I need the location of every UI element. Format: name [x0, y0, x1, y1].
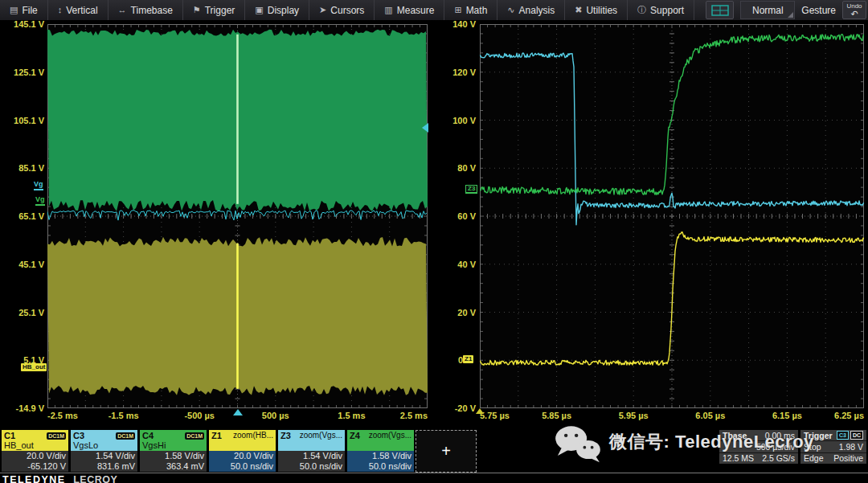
- menu-item-support[interactable]: ⓘSupport: [628, 0, 694, 20]
- grid-display-button[interactable]: [706, 1, 734, 19]
- menu-item-cursors[interactable]: ➤Cursors: [309, 0, 375, 20]
- volts-per-div: 20.0 V/div: [4, 451, 66, 461]
- menu-item-math[interactable]: ⊞Math: [444, 0, 497, 20]
- plus-icon: +: [441, 442, 451, 460]
- x-axis-tick: -500 µs: [184, 411, 215, 420]
- channel-label: HB_out: [4, 440, 66, 450]
- timebase-box[interactable]: Tbase 0.00 ms 500 µs/div 12.5 MS 2.5 GS/…: [719, 430, 798, 464]
- zoom-box-z4[interactable]: Z4zoom(Vgs... 1.58 V/div 50.0 ns/div: [347, 430, 414, 472]
- menu-item-file[interactable]: ▤File: [0, 0, 48, 20]
- x-axis-tick: 5.85 µs: [542, 411, 571, 420]
- wechat-icon: [553, 424, 603, 465]
- y-axis-tick: 45.1 V: [18, 260, 44, 269]
- volts-per-div: 1.58 V/div: [350, 451, 411, 461]
- y-axis-tick: 140 V: [452, 19, 476, 29]
- menu-item-trigger[interactable]: ⚑Trigger: [183, 0, 245, 20]
- channel-offset: -65.120 V: [4, 461, 66, 472]
- x-axis-tick: 500 µs: [262, 411, 289, 420]
- file-icon: ▤: [10, 6, 18, 14]
- menu-item-analysis[interactable]: ∿Analysis: [497, 0, 565, 20]
- menu-item-label: Analysis: [519, 5, 555, 16]
- channel-header: Z3zoom(Vgs...: [278, 430, 345, 451]
- trigger-mode-dropdown[interactable]: Normal: [740, 1, 795, 19]
- acquisition-state: Stop: [804, 442, 821, 452]
- z3-offset-marker[interactable]: Z3: [465, 185, 477, 194]
- trigger-icon: ⚑: [193, 6, 201, 14]
- support-icon: ⓘ: [637, 6, 646, 14]
- x-axis-tick: -1.5 ms: [108, 411, 139, 420]
- y-axis-tick: 85.1 V: [18, 163, 44, 173]
- c3-offset-marker[interactable]: Vg: [34, 181, 43, 190]
- menu-items: ▤File↕Vertical↔Timebase⚑Trigger▣Display➤…: [0, 0, 694, 20]
- timebase-row-2: 500 µs/div: [719, 441, 798, 452]
- sample-count: 12.5 MS: [723, 453, 754, 463]
- channel-header: Z1zoom(HB...: [209, 430, 276, 451]
- channel-box-c1[interactable]: C1DC1M HB_out 20.0 V/div -65.120 V: [2, 430, 68, 472]
- zoom-waveform-grid[interactable]: [480, 24, 864, 408]
- gesture-button[interactable]: Gesture: [801, 5, 836, 16]
- menu-item-label: Measure: [397, 5, 435, 16]
- cursors-icon: ➤: [319, 6, 326, 14]
- y-axis-tick: 80 V: [457, 163, 476, 173]
- volts-per-div: 20.0 V/div: [211, 451, 273, 461]
- channel-id: Z4: [350, 431, 360, 440]
- menu-item-utilities[interactable]: ✖Utilities: [565, 0, 628, 20]
- menu-item-label: Timebase: [131, 5, 173, 16]
- x-axis-tick: 6.25 µs: [834, 411, 864, 420]
- menu-item-display[interactable]: ▣Display: [245, 0, 309, 20]
- trigger-level-marker[interactable]: [422, 123, 428, 133]
- zoom-position-marker: [476, 408, 484, 414]
- footer-divider: [0, 473, 868, 473]
- zoom-box-z1[interactable]: Z1zoom(HB... 20.0 V/div 50.0 ns/div: [209, 430, 276, 472]
- main-y-axis-labels: 145.1 V125.1 V105.1 V85.1 V65.1 V45.1 V2…: [0, 24, 44, 408]
- trigger-badges: C3 DC: [837, 431, 863, 440]
- z1-offset-marker[interactable]: Z1: [463, 355, 473, 363]
- c1-offset-marker[interactable]: HB_out: [21, 363, 47, 371]
- zoom-y-axis-labels: 140 V120 V100 V80 V60 V40 V20 V0-20 V: [444, 24, 476, 408]
- volts-per-div: 1.54 V/div: [73, 451, 135, 461]
- y-axis-tick: 60 V: [457, 211, 476, 221]
- x-axis-tick: 6.15 µs: [772, 411, 802, 420]
- menu-item-timebase[interactable]: ↔Timebase: [108, 0, 183, 20]
- menu-item-label: Trigger: [205, 5, 235, 16]
- trigger-level-value: 1.98 V: [839, 442, 863, 452]
- channel-box-c4[interactable]: C4DC1M VgsHi 1.58 V/div 363.4 mV: [140, 430, 207, 472]
- c4-offset-marker[interactable]: Vg: [35, 196, 45, 206]
- trigger-row-1: Trigger C3 DC: [800, 430, 866, 440]
- menu-item-vertical[interactable]: ↕Vertical: [48, 0, 108, 20]
- timebase-title: Tbase: [723, 431, 747, 440]
- undo-button[interactable]: Undo ↶: [842, 1, 866, 19]
- main-waveform-canvas: [47, 24, 428, 408]
- menu-item-label: Support: [650, 5, 684, 16]
- channel-id: C4: [142, 431, 154, 440]
- y-axis-tick: 25.1 V: [18, 308, 44, 317]
- timebase-icon: ↔: [118, 6, 127, 14]
- channel-settings: 1.54 V/div 831.6 mV: [71, 451, 137, 472]
- channel-label: VgsHi: [142, 440, 204, 450]
- time-per-div: 50.0 ns/div: [350, 461, 411, 472]
- x-axis-tick: 1.5 ms: [338, 411, 365, 420]
- channel-id: Z3: [280, 431, 291, 440]
- zoom-box-z3[interactable]: Z3zoom(Vgs... 1.54 V/div 50.0 ns/div: [278, 430, 345, 472]
- time-per-div-value: 500 µs/div: [756, 442, 795, 452]
- menu-item-measure[interactable]: ▥Measure: [375, 0, 444, 20]
- zoom-source-label: zoom(Vgs...: [369, 431, 411, 440]
- measure-icon: ▥: [384, 6, 392, 14]
- channel-settings: 20.0 V/div 50.0 ns/div: [209, 451, 276, 472]
- y-axis-tick: 40 V: [457, 260, 476, 269]
- channel-box-c3[interactable]: C3DC1M VgsLo 1.54 V/div 831.6 mV: [71, 430, 137, 472]
- sample-rate: 2.5 GS/s: [762, 453, 795, 463]
- trigger-position-marker[interactable]: [233, 409, 243, 415]
- add-trace-button[interactable]: +: [416, 430, 477, 473]
- main-waveform-grid[interactable]: [47, 24, 428, 408]
- timebase-row-1: Tbase 0.00 ms: [719, 430, 798, 440]
- zoom-x-axis-labels: 5.75 µs5.85 µs5.95 µs6.05 µs6.15 µs6.25 …: [480, 411, 864, 422]
- volts-per-div: 1.54 V/div: [280, 451, 342, 461]
- trigger-box[interactable]: Trigger C3 DC Stop 1.98 V Edge Positive: [800, 430, 866, 464]
- y-axis-tick: 125.1 V: [14, 68, 44, 77]
- channel-offset: 363.4 mV: [142, 461, 204, 472]
- undo-arrow-icon: ↶: [843, 10, 866, 18]
- channel-header: C4DC1M VgsHi: [140, 430, 207, 451]
- coupling-badge: DC1M: [185, 432, 204, 440]
- menu-item-label: Cursors: [330, 5, 364, 16]
